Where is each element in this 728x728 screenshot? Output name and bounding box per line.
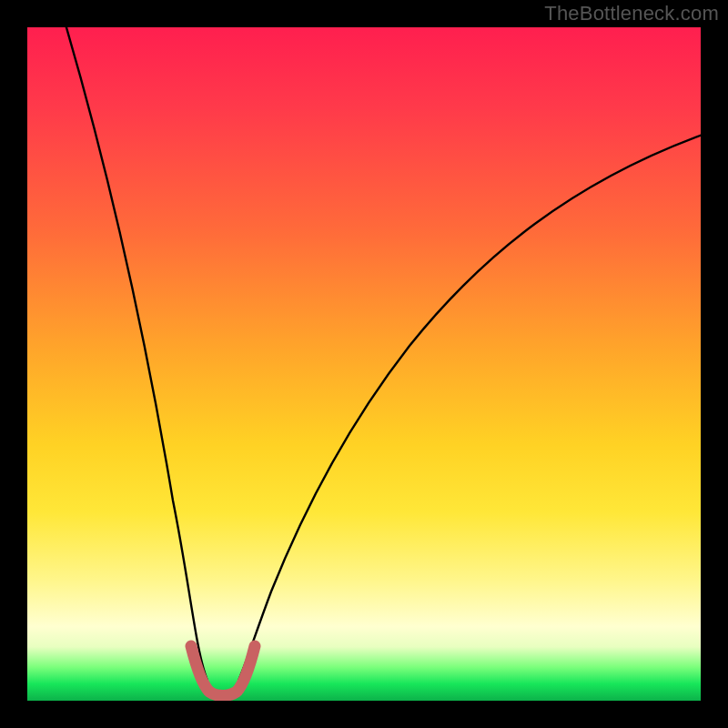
bottleneck-curve-layer [27, 27, 701, 701]
chart-frame: TheBottleneck.com [0, 0, 728, 728]
curve-left-branch [64, 27, 207, 681]
plot-area [27, 27, 701, 701]
curve-right-branch [238, 135, 701, 681]
watermark-text: TheBottleneck.com [544, 2, 719, 25]
